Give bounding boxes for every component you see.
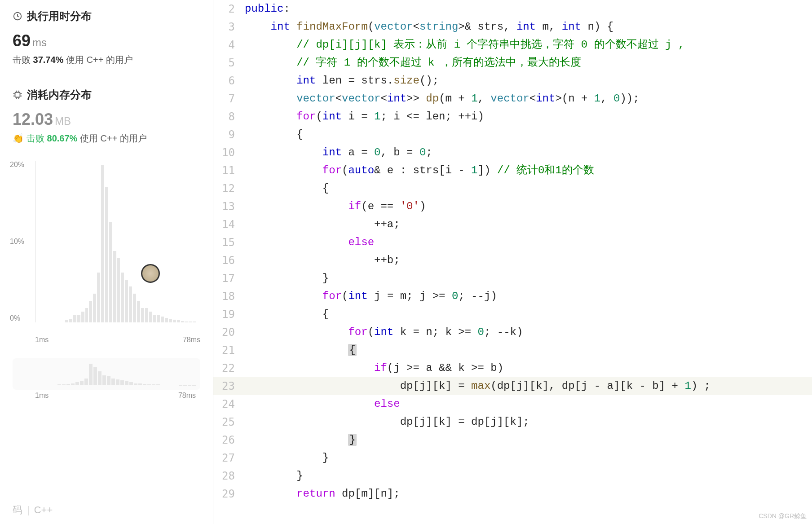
- code-line[interactable]: 11 for(auto& e : strs[i - 1]) // 统计0和1的个…: [213, 162, 812, 180]
- chart-bar[interactable]: [109, 222, 112, 322]
- chart-bar[interactable]: [105, 187, 108, 322]
- chart-bar[interactable]: [149, 312, 152, 322]
- code-line[interactable]: 5 // 字符 1 的个数不超过 k ，所有的选法中，最大的长度: [213, 54, 812, 72]
- chart-bar[interactable]: [181, 321, 184, 322]
- code-content[interactable]: if(j >= a && k >= b): [245, 359, 503, 377]
- code-content[interactable]: ++a;: [245, 216, 400, 233]
- code-content[interactable]: else: [245, 233, 374, 251]
- chart-bar[interactable]: [73, 315, 76, 322]
- code-content[interactable]: // dp[i][j][k] 表示：从前 i 个字符串中挑选，字符 0 的个数不…: [245, 36, 684, 54]
- code-line[interactable]: 15 else: [213, 233, 812, 251]
- code-content[interactable]: {: [245, 180, 329, 198]
- code-line[interactable]: 10 int a = 0, b = 0;: [213, 144, 812, 162]
- chart-bar[interactable]: [189, 321, 192, 322]
- code-content[interactable]: {: [245, 341, 357, 359]
- code-content[interactable]: for(int j = m; j >= 0; --j): [245, 287, 497, 305]
- code-line[interactable]: 4 // dp[i][j][k] 表示：从前 i 个字符串中挑选，字符 0 的个…: [213, 36, 812, 54]
- chart-bar[interactable]: [117, 258, 120, 322]
- code-line[interactable]: 19 {: [213, 305, 812, 323]
- chart-bar[interactable]: [133, 294, 136, 322]
- code-content[interactable]: for(int k = n; k >= 0; --k): [245, 323, 523, 341]
- code-content[interactable]: }: [245, 269, 329, 287]
- code-content[interactable]: {: [245, 126, 303, 144]
- code-content[interactable]: int len = strs.size();: [245, 72, 439, 90]
- code-content[interactable]: int findMaxForm(vector<string>& strs, in…: [245, 18, 613, 36]
- code-content[interactable]: }: [245, 449, 329, 467]
- chart-bar[interactable]: [89, 301, 92, 322]
- user-position-marker[interactable]: [141, 264, 160, 283]
- code-content[interactable]: public:: [245, 0, 290, 18]
- chart-bar[interactable]: [113, 251, 116, 322]
- code-line[interactable]: 13 if(e == '0'): [213, 198, 812, 216]
- code-line[interactable]: 18 for(int j = m; j >= 0; --j): [213, 287, 812, 305]
- chart-bar[interactable]: [129, 286, 132, 322]
- code-content[interactable]: for(auto& e : strs[i - 1]) // 统计0和1的个数: [245, 162, 594, 180]
- chart-bar[interactable]: [169, 319, 172, 322]
- chart-bar[interactable]: [157, 315, 160, 322]
- code-line[interactable]: 7 vector<vector<int>> dp(m + 1, vector<i…: [213, 90, 812, 108]
- chart-bar[interactable]: [81, 312, 84, 322]
- code-line[interactable]: 24 else: [213, 395, 812, 413]
- code-content[interactable]: dp[j][k] = dp[j][k];: [245, 413, 530, 431]
- code-content[interactable]: vector<vector<int>> dp(m + 1, vector<int…: [245, 90, 640, 108]
- code-line[interactable]: 8 for(int i = 1; i <= len; ++i): [213, 108, 812, 126]
- code-line[interactable]: 20 for(int k = n; k >= 0; --k): [213, 323, 812, 341]
- code-content[interactable]: for(int i = 1; i <= len; ++i): [245, 108, 484, 126]
- chart-bar[interactable]: [121, 273, 124, 322]
- code-line[interactable]: 6 int len = strs.size();: [213, 72, 812, 90]
- runtime-distribution-chart[interactable]: 20% 10% 0% 1ms 78ms: [13, 161, 200, 331]
- chart-bar[interactable]: [165, 318, 168, 322]
- chart-x-axis: 1ms 78ms: [35, 336, 200, 344]
- chart-bar[interactable]: [101, 165, 104, 322]
- chart-bar[interactable]: [141, 308, 144, 322]
- code-line[interactable]: 27 }: [213, 449, 812, 467]
- code-content[interactable]: // 字符 1 的个数不超过 k ，所有的选法中，最大的长度: [245, 54, 581, 72]
- chart-bar[interactable]: [145, 308, 148, 322]
- chart-bar[interactable]: [161, 317, 164, 322]
- chart-bar[interactable]: [193, 321, 196, 322]
- chart-bar[interactable]: [69, 319, 72, 322]
- chart-bar[interactable]: [185, 321, 188, 322]
- mini-chart-bar: [98, 371, 102, 385]
- footer-tab-code[interactable]: 码: [13, 504, 22, 515]
- chart-bars: [35, 161, 200, 322]
- code-content[interactable]: ++b;: [245, 251, 400, 269]
- code-line[interactable]: 26 }: [213, 431, 812, 449]
- chart-bar[interactable]: [177, 320, 180, 322]
- code-content[interactable]: return dp[m][n];: [245, 485, 400, 503]
- memory-beat: 👏击败 80.67% 使用 C++ 的用户: [13, 132, 200, 145]
- code-content[interactable]: }: [245, 431, 357, 449]
- code-content[interactable]: dp[j][k] = max(dp[j][k], dp[j - a][k - b…: [245, 377, 710, 395]
- code-line[interactable]: 2public:: [213, 0, 812, 18]
- chart-bar[interactable]: [77, 315, 80, 322]
- code-content[interactable]: int a = 0, b = 0;: [245, 144, 432, 162]
- code-content[interactable]: else: [245, 395, 400, 413]
- chart-bar[interactable]: [97, 273, 100, 322]
- code-line[interactable]: 9 {: [213, 126, 812, 144]
- code-line[interactable]: 3 int findMaxForm(vector<string>& strs, …: [213, 18, 812, 36]
- code-line[interactable]: 12 {: [213, 180, 812, 198]
- code-line[interactable]: 16 ++b;: [213, 251, 812, 269]
- code-editor[interactable]: 2public:3 int findMaxForm(vector<string>…: [213, 0, 812, 524]
- runtime-mini-chart[interactable]: 1ms 78ms: [13, 358, 200, 390]
- chart-bar[interactable]: [65, 320, 68, 322]
- code-content[interactable]: if(e == '0'): [245, 198, 426, 216]
- chart-bar[interactable]: [85, 308, 88, 322]
- code-line[interactable]: 23 dp[j][k] = max(dp[j][k], dp[j - a][k …: [213, 377, 812, 395]
- code-line[interactable]: 22 if(j >= a && k >= b): [213, 359, 812, 377]
- code-content[interactable]: {: [245, 305, 329, 323]
- code-line[interactable]: 17 }: [213, 269, 812, 287]
- code-line[interactable]: 28 }: [213, 467, 812, 485]
- chart-bar[interactable]: [153, 315, 156, 322]
- code-line[interactable]: 14 ++a;: [213, 216, 812, 233]
- code-line[interactable]: 25 dp[j][k] = dp[j][k];: [213, 413, 812, 431]
- chart-bar[interactable]: [137, 301, 140, 322]
- code-content[interactable]: }: [245, 467, 303, 485]
- chart-bar[interactable]: [173, 320, 176, 322]
- chart-bar[interactable]: [93, 294, 96, 322]
- chart-bar[interactable]: [125, 280, 128, 322]
- code-line[interactable]: 29 return dp[m][n];: [213, 485, 812, 503]
- line-number: 11: [213, 162, 245, 180]
- code-line[interactable]: 21 {: [213, 341, 812, 359]
- footer-tab-lang[interactable]: C++: [34, 504, 53, 515]
